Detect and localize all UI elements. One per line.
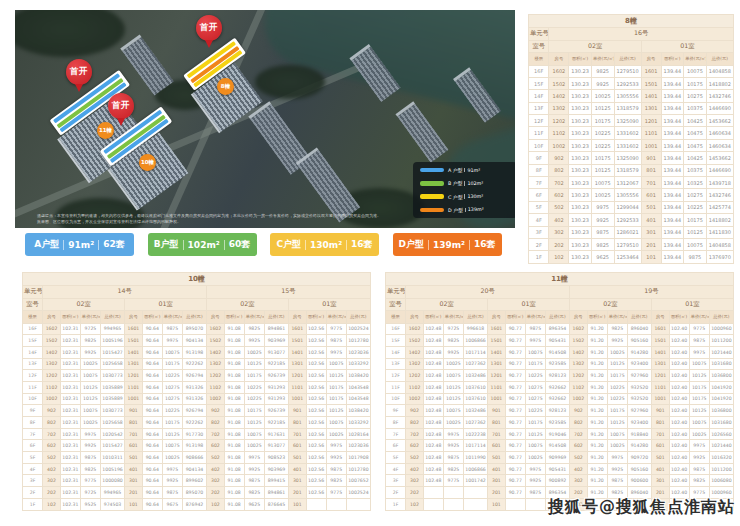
price-cell: 9925	[591, 214, 614, 226]
room-name: 02室	[549, 40, 641, 53]
price-cell: 9925	[80, 440, 100, 452]
total-cell: 1460634	[706, 139, 733, 151]
area-cell: 102.48	[423, 417, 443, 429]
area-cell: 90.64	[142, 428, 162, 440]
area-cell: 102.40	[669, 440, 689, 452]
price-cell: 10125	[326, 405, 346, 417]
area-cell: 102.48	[423, 475, 443, 487]
column-header-area: 面积(㎡)	[60, 311, 80, 324]
area-cell: 130.23	[569, 139, 592, 151]
total-cell: 1446690	[706, 102, 733, 114]
price-cell: 9975	[443, 428, 463, 440]
total-cell: 927960	[627, 405, 651, 417]
total-cell: 926739	[264, 405, 288, 417]
roomno-cell: 502	[406, 452, 424, 464]
roomno-cell: 201	[641, 238, 661, 250]
total-cell: 900600	[627, 475, 651, 487]
background-tower	[296, 147, 361, 222]
roomno-cell: 401	[641, 214, 661, 226]
price-cell: 9825	[244, 487, 264, 499]
price-cell: 10125	[244, 417, 264, 429]
total-cell: 894861	[264, 487, 288, 499]
price-cell: 10025	[525, 452, 545, 464]
total-cell: 1432746	[706, 189, 733, 201]
price-cell: 10225	[244, 381, 264, 393]
price-cell: 10425	[684, 115, 707, 127]
price-cell: 9975	[244, 452, 264, 464]
price-cell: 9725	[80, 487, 100, 499]
area-cell: 91.08	[224, 335, 244, 347]
roomno-cell: 901	[125, 405, 143, 417]
area-cell: 130.23	[569, 201, 592, 213]
legend-swatch-b	[420, 181, 444, 186]
price-cell: 10175	[326, 393, 346, 405]
column-header-floor: 楼层	[529, 53, 549, 66]
area-cell: 139.44	[661, 90, 684, 102]
divider	[183, 240, 184, 250]
roomno-cell: 402	[406, 463, 424, 475]
table-title: 10幢	[23, 273, 371, 286]
building-badge-8: 8幢	[217, 78, 234, 95]
roomno-cell: 1601	[641, 65, 661, 77]
roomno-cell: 601	[288, 440, 306, 452]
area-cell: 91.20	[587, 323, 607, 335]
total-cell: 1460634	[706, 127, 733, 139]
area-cell: 90.64	[142, 487, 162, 499]
price-cell: 10225	[591, 139, 614, 151]
price-table: 11幢单元号20号19号室号02室01室02室01室楼层房号面积(㎡)单价(元/…	[385, 272, 734, 511]
unit-number-label: 单元号	[386, 286, 406, 299]
price-cell: 10025	[591, 90, 614, 102]
area-cell: 139.44	[661, 201, 684, 213]
price-cell: 9975	[80, 428, 100, 440]
total-cell: 1041920	[709, 381, 733, 393]
price-cell: 10075	[525, 346, 545, 358]
area-cell: 90.64	[142, 335, 162, 347]
total-cell: 923585	[545, 358, 569, 370]
area-cell: 139.44	[661, 251, 684, 263]
area-cell: 102.56	[306, 323, 326, 335]
total-cell: 908666	[182, 452, 206, 464]
total-cell: 1011200	[709, 335, 733, 347]
area-cell	[423, 498, 443, 510]
roomno-cell: 901	[288, 405, 306, 417]
total-cell: 1027362	[463, 417, 487, 429]
roomno-cell: 501	[125, 452, 143, 464]
area-cell: 91.20	[587, 417, 607, 429]
total-cell: 1005196	[100, 463, 124, 475]
area-cell: 90.64	[142, 440, 162, 452]
floor-cell: 14F	[386, 346, 406, 358]
roomno-cell: 1602	[406, 323, 424, 335]
roomno-cell: 1401	[288, 346, 306, 358]
area-cell: 102.56	[306, 393, 326, 405]
type-pill-d: D户型139m²16套	[393, 233, 502, 256]
room-name: 02室	[406, 298, 488, 311]
price-cell: 9875	[525, 323, 545, 335]
total-cell: 1017114	[463, 440, 487, 452]
area-cell: 102.31	[60, 498, 80, 510]
price-cell: 9925	[689, 452, 709, 464]
type-pill-a: A户型91m²62套	[25, 233, 134, 256]
area-cell: 90.77	[505, 475, 525, 487]
price-cell: 10125	[689, 405, 709, 417]
price-cell: 9975	[162, 335, 182, 347]
price-cell: 10025	[607, 346, 627, 358]
area-cell: 102.31	[60, 335, 80, 347]
area-cell: 90.64	[142, 475, 162, 487]
area-cell: 91.20	[587, 463, 607, 475]
column-header-total: 总价(元)	[545, 311, 569, 324]
total-cell: 1010311	[100, 452, 124, 464]
area-cell: 91.20	[587, 358, 607, 370]
legend-row-b: B 户型102m²	[420, 180, 510, 186]
total-cell: 1325090	[614, 152, 641, 164]
total-cell: 896040	[627, 323, 651, 335]
floor-cell: 12F	[386, 370, 406, 382]
roomno-cell: 1102	[207, 381, 225, 393]
price-cell: 10125	[607, 417, 627, 429]
roomno-cell: 202	[406, 487, 424, 499]
column-header-roomno: 房号	[651, 311, 669, 324]
area-cell: 90.77	[505, 487, 525, 499]
roomno-cell: 601	[488, 440, 506, 452]
column-header-price: 单价(元/㎡)	[80, 311, 100, 324]
total-cell: 932520	[627, 381, 651, 393]
column-header-price: 单价(元/㎡)	[443, 311, 463, 324]
